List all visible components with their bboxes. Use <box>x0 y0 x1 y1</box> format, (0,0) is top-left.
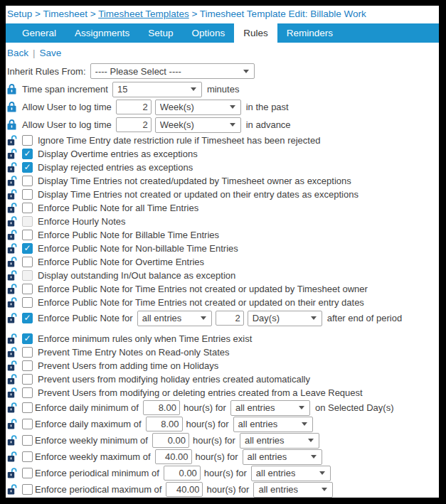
checkbox[interactable] <box>22 402 33 413</box>
rule-label: Enforce weekly maximum of <box>35 451 151 462</box>
checkbox-rule-row: Display Time Entries not created/updated… <box>6 174 439 188</box>
entries-select[interactable]: all entries <box>240 433 319 449</box>
rule-mid-label: hour(s) for <box>193 435 235 446</box>
tab-rules[interactable]: Rules <box>234 23 277 43</box>
dropdown-selected-value: all entries <box>235 402 275 413</box>
dropdown-selected-value: Week(s) <box>160 119 194 130</box>
checkbox-rule-row: Enforce Public Note for Time Entries not… <box>6 282 439 296</box>
tab-reminders[interactable]: Reminders <box>277 23 342 43</box>
chevron-down-icon <box>311 316 317 320</box>
breadcrumb-item[interactable]: Setup <box>7 9 32 19</box>
hours-input[interactable] <box>143 400 180 415</box>
checkbox[interactable] <box>22 176 33 186</box>
checkbox[interactable] <box>22 162 33 173</box>
unlocked-lock-icon <box>7 216 18 227</box>
rule-label: Enforce Public Note for Overtime Entries <box>38 257 204 267</box>
hours-input[interactable] <box>152 433 189 448</box>
unlocked-lock-icon <box>7 270 18 281</box>
chevron-down-icon <box>191 87 196 91</box>
breadcrumb-item[interactable]: Timesheet Template Edit: Billable Work <box>200 9 366 19</box>
unlocked-lock-icon <box>7 189 18 200</box>
checkbox[interactable] <box>22 284 33 294</box>
checkbox[interactable] <box>22 484 33 495</box>
checkbox[interactable] <box>22 230 33 240</box>
hours-input[interactable] <box>166 482 203 497</box>
checkbox[interactable] <box>22 419 33 429</box>
number-input[interactable] <box>216 311 244 326</box>
number-input[interactable] <box>116 117 152 132</box>
rule-suffix: minutes <box>207 84 240 95</box>
unlocked-lock-icon <box>7 484 18 495</box>
checkbox[interactable] <box>22 189 33 200</box>
checkbox[interactable] <box>22 360 33 371</box>
rule-label: Allow User to log time <box>22 119 112 130</box>
locked-lock-icon <box>7 119 18 130</box>
checkbox-rule-row: Display Time Entries not created or upda… <box>6 188 439 201</box>
tab-assignments[interactable]: Assignments <box>65 23 139 43</box>
checkbox[interactable] <box>22 451 33 462</box>
entries-select[interactable]: all entries <box>251 466 331 481</box>
breadcrumb-separator: > <box>32 9 43 19</box>
checkbox[interactable] <box>22 149 33 159</box>
tab-general[interactable]: General <box>13 23 65 43</box>
unlocked-lock-icon <box>7 419 18 429</box>
chevron-down-icon <box>230 105 235 109</box>
number-input[interactable] <box>116 100 152 114</box>
breadcrumb-item[interactable]: Timesheet <box>43 9 87 19</box>
checkbox[interactable] <box>22 203 33 213</box>
checkbox[interactable] <box>22 435 33 446</box>
checkbox-rule-row: Ignore Time Entry date restriction rule … <box>6 134 439 147</box>
checkbox-rule-row: Enforce Hourly Notes <box>6 215 439 228</box>
checkbox[interactable] <box>22 243 33 254</box>
rule-label: Display outstanding In/Out balance as ex… <box>38 270 235 281</box>
dropdown-selected-value: all entries <box>248 451 287 462</box>
checkbox[interactable] <box>22 135 33 146</box>
hour-rule-row: Enforce weekly minimum ofhour(s) for all… <box>6 432 439 449</box>
unit-select[interactable]: Week(s) <box>155 117 241 133</box>
rule-label: Enforce weekly minimum of <box>35 435 148 446</box>
checkbox[interactable] <box>22 374 33 385</box>
checkbox-rule-row: Prevent Time Entry Notes on Read-only St… <box>6 345 439 359</box>
entries-select[interactable]: all entries <box>243 449 322 465</box>
tab-setup[interactable]: Setup <box>139 23 182 43</box>
hours-input[interactable] <box>146 417 183 431</box>
back-button[interactable]: Back <box>7 48 28 58</box>
checkbox[interactable] <box>22 468 33 478</box>
entries-select[interactable]: all entries <box>233 417 313 432</box>
breadcrumb-item[interactable]: Timesheet Templates <box>98 9 189 19</box>
hours-input[interactable] <box>155 449 192 464</box>
checkbox <box>22 270 33 281</box>
hour-rule-row: Enforce weekly maximum ofhour(s) for all… <box>6 449 439 465</box>
tab-options[interactable]: Options <box>183 23 235 43</box>
checkbox[interactable] <box>22 387 33 398</box>
checkbox-rule-row: Enforce minimum rules only when Time Ent… <box>6 332 439 345</box>
checkbox-rules-section: Ignore Time Entry date restriction rule … <box>6 134 439 400</box>
unit-select[interactable]: 15 <box>112 82 202 97</box>
inherit-rules-select[interactable]: ---- Please Select ---- <box>90 63 255 79</box>
rule-label: Enforce Public Note for Time Entries not… <box>38 284 368 294</box>
checkbox[interactable] <box>22 347 33 358</box>
unit-select[interactable]: Day(s) <box>248 311 322 326</box>
checkbox[interactable] <box>22 313 33 323</box>
checkbox-rule-row: Display outstanding In/Out balance as ex… <box>6 269 439 282</box>
tab-bar: GeneralAssignmentsSetupOptionsRulesRemin… <box>6 23 439 43</box>
rule-mid-label: hour(s) for <box>196 451 238 462</box>
checkbox[interactable] <box>22 333 33 344</box>
rule-label: Prevent Users from modifying or deleting… <box>38 387 363 398</box>
hours-input[interactable] <box>164 466 201 481</box>
unlocked-lock-icon <box>7 402 18 413</box>
unlocked-lock-icon <box>7 162 18 173</box>
save-button[interactable]: Save <box>40 48 62 58</box>
entries-select[interactable]: all entries <box>230 400 310 416</box>
unit-select[interactable]: Week(s) <box>155 100 241 115</box>
entries-select[interactable]: all entries <box>253 482 333 498</box>
rule-label: Display rejected entries as exceptions <box>38 162 193 173</box>
checkbox[interactable] <box>22 257 33 267</box>
rule-label: Display Time Entries not created/updated… <box>38 176 351 186</box>
checkbox[interactable] <box>22 297 33 308</box>
unlocked-lock-icon <box>7 451 18 462</box>
checkbox-rule-row: Display Overtime entries as exceptions <box>6 147 439 161</box>
rule-label: Enforce minimum rules only when Time Ent… <box>38 333 252 344</box>
chevron-down-icon <box>311 455 317 459</box>
entries-select[interactable]: all entries <box>137 311 212 326</box>
